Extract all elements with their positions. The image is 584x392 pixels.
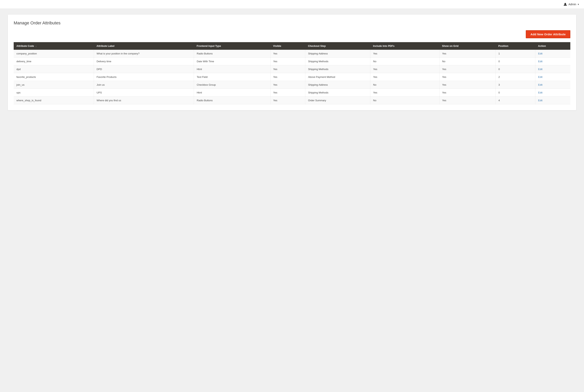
cell-frontend_input_type: Radio Buttons (194, 96, 270, 104)
cell-include_into_pdfs: Yes (370, 65, 439, 73)
cell-include_into_pdfs: No (370, 58, 439, 65)
cell-position: 0 (495, 58, 535, 65)
cell-include_into_pdfs: Yes (370, 50, 439, 58)
cell-show_on_grid: Yes (439, 50, 495, 58)
cell-visible: Yes (270, 50, 305, 58)
cell-attribute_label: DPD (94, 65, 194, 73)
svg-point-0 (564, 3, 566, 4)
cell-include_into_pdfs: No (370, 81, 439, 89)
top-bar: Admin ▼ (0, 0, 584, 9)
cell-visible: Yes (270, 81, 305, 89)
cell-attribute_code: dpd (14, 65, 94, 73)
table-row: company_positionWhat is your position in… (14, 50, 570, 58)
col-header-show-grid: Show on Grid (439, 42, 495, 50)
cell-action[interactable]: Edit (535, 96, 570, 104)
edit-link-row-4[interactable]: Edit (538, 83, 542, 86)
cell-frontend_input_type: Text Field (194, 73, 270, 81)
cell-attribute_code: company_position (14, 50, 94, 58)
table-row: dpdDPDHtmlYesShipping MethodsYesYes0Edit (14, 65, 570, 73)
edit-link-row-1[interactable]: Edit (538, 60, 542, 63)
cell-attribute_code: delivery_time (14, 58, 94, 65)
cell-action[interactable]: Edit (535, 89, 570, 96)
cell-include_into_pdfs: Yes (370, 73, 439, 81)
cell-frontend_input_type: Checkbox Group (194, 81, 270, 89)
cell-position: 2 (495, 73, 535, 81)
cell-show_on_grid: Yes (439, 65, 495, 73)
main-content: Manage Order Attributes Add New Order At… (0, 9, 584, 392)
cell-show_on_grid: Yes (439, 96, 495, 104)
cell-frontend_input_type: Date With Time (194, 58, 270, 65)
attributes-table: Attribute Code ↓ Attribute Label Fronten… (14, 42, 570, 104)
edit-link-row-5[interactable]: Edit (538, 91, 542, 94)
col-header-include-pdfs: Include Into PDFs (370, 42, 439, 50)
edit-link-row-6[interactable]: Edit (538, 99, 542, 102)
cell-frontend_input_type: Html (194, 89, 270, 96)
table-body: company_positionWhat is your position in… (14, 50, 570, 104)
cell-checkout_step: Shipping Methods (305, 89, 370, 96)
cell-visible: Yes (270, 65, 305, 73)
admin-name: Admin (568, 3, 576, 6)
cell-checkout_step: Shipping Address (305, 81, 370, 89)
user-icon (563, 2, 567, 6)
cell-action[interactable]: Edit (535, 81, 570, 89)
cell-action[interactable]: Edit (535, 65, 570, 73)
cell-checkout_step: Above Payment Method (305, 73, 370, 81)
cell-visible: Yes (270, 89, 305, 96)
table-row: upsUPSHtmlYesShipping MethodsYesYes0Edit (14, 89, 570, 96)
cell-show_on_grid: Yes (439, 89, 495, 96)
col-header-position: Position (495, 42, 535, 50)
cell-action[interactable]: Edit (535, 50, 570, 58)
admin-menu[interactable]: Admin ▼ (563, 2, 579, 6)
cell-visible: Yes (270, 73, 305, 81)
cell-show_on_grid: Yes (439, 73, 495, 81)
cell-attribute_code: ups (14, 89, 94, 96)
cell-attribute_label: Favorite Products (94, 73, 194, 81)
cell-attribute_label: Join us (94, 81, 194, 89)
edit-link-row-3[interactable]: Edit (538, 76, 542, 78)
cell-frontend_input_type: Radio Buttons (194, 50, 270, 58)
sort-arrow-icon[interactable]: ↓ (36, 45, 37, 47)
page-title: Manage Order Attributes (14, 20, 570, 26)
col-header-attribute-label: Attribute Label (94, 42, 194, 50)
add-new-order-attribute-button[interactable]: Add New Order Attribute (526, 30, 570, 38)
cell-position: 1 (495, 50, 535, 58)
cell-position: 0 (495, 89, 535, 96)
card: Manage Order Attributes Add New Order At… (8, 15, 576, 110)
cell-show_on_grid: Yes (439, 81, 495, 89)
table-row: join_usJoin usCheckbox GroupYesShipping … (14, 81, 570, 89)
table-row: delivery_timeDelivery timeDate With Time… (14, 58, 570, 65)
cell-checkout_step: Order Summary (305, 96, 370, 104)
cell-visible: Yes (270, 58, 305, 65)
cell-checkout_step: Shipping Methods (305, 58, 370, 65)
table-row: favorite_productsFavorite ProductsText F… (14, 73, 570, 81)
cell-attribute_code: join_us (14, 81, 94, 89)
col-header-action: Action (535, 42, 570, 50)
cell-attribute_code: where_shop_is_found (14, 96, 94, 104)
cell-frontend_input_type: Html (194, 65, 270, 73)
cell-attribute_label: Delivery time (94, 58, 194, 65)
col-header-frontend-input: Frontend Input Type (194, 42, 270, 50)
table-row: where_shop_is_foundWhere did you find us… (14, 96, 570, 104)
col-header-checkout-step: Checkout Step (305, 42, 370, 50)
cell-position: 3 (495, 81, 535, 89)
cell-attribute_code: favorite_products (14, 73, 94, 81)
cell-action[interactable]: Edit (535, 58, 570, 65)
cell-checkout_step: Shipping Address (305, 50, 370, 58)
cell-include_into_pdfs: Yes (370, 89, 439, 96)
col-header-visible: Visible (270, 42, 305, 50)
edit-link-row-0[interactable]: Edit (538, 52, 542, 55)
cell-checkout_step: Shipping Methods (305, 65, 370, 73)
cell-position: 4 (495, 96, 535, 104)
cell-include_into_pdfs: No (370, 96, 439, 104)
cell-attribute_label: What is your position in the company? (94, 50, 194, 58)
cell-action[interactable]: Edit (535, 73, 570, 81)
chevron-down-icon: ▼ (577, 3, 579, 6)
cell-attribute_label: Where did you find us (94, 96, 194, 104)
col-header-attribute-code: Attribute Code ↓ (14, 42, 94, 50)
cell-show_on_grid: No (439, 58, 495, 65)
table-header-row: Attribute Code ↓ Attribute Label Fronten… (14, 42, 570, 50)
toolbar: Add New Order Attribute (14, 30, 570, 38)
cell-attribute_label: UPS (94, 89, 194, 96)
edit-link-row-2[interactable]: Edit (538, 68, 542, 71)
cell-position: 0 (495, 65, 535, 73)
